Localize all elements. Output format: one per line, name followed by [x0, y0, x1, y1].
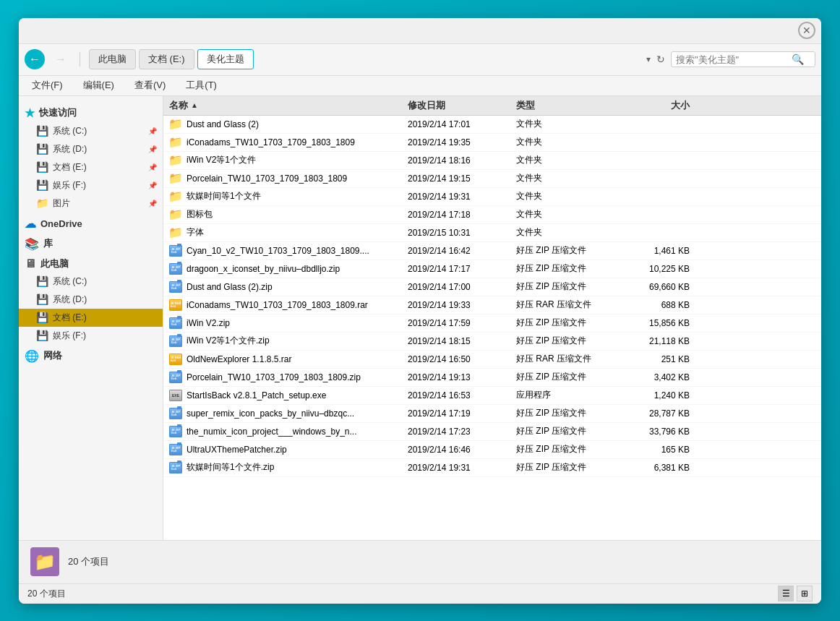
zip-icon: JE ZIPExIt [169, 245, 182, 257]
file-name-cell: JE ZIPExIt super_remix_icon_packs_by_nii… [169, 407, 408, 420]
file-size: 1,461 KB [617, 246, 690, 256]
table-row[interactable]: JE ZIPExIt dragoon_x_iconset_by_niivu–db… [163, 260, 821, 278]
sidebar-onedrive-title[interactable]: ☁ OneDrive [19, 213, 163, 233]
file-date: 2019/2/14 18:15 [408, 336, 516, 346]
file-date: 2019/2/14 19:33 [408, 300, 516, 310]
sidebar-item-d-drive[interactable]: 💾 系统 (D:) [19, 291, 163, 309]
file-type: 文件夹 [516, 136, 617, 148]
zip-icon: JE ZIPExIt [169, 408, 182, 419]
sidebar-item-pictures-quick[interactable]: 📁 图片 📌 [19, 194, 163, 213]
sidebar-item-e-drive[interactable]: 💾 文档 (E:) [19, 309, 163, 327]
file-size: 69,660 KB [617, 282, 690, 292]
zip-icon: JE ZIPExIt [169, 263, 182, 275]
table-row[interactable]: 📁 iWin V2等1个文件 2019/2/14 18:16 文件夹 [163, 152, 821, 170]
file-type: 文件夹 [516, 118, 617, 130]
folder-icon: 📁 [168, 117, 183, 131]
col-header-name[interactable]: 名称 ▲ [169, 99, 408, 112]
folder-icon: 📁 [168, 171, 183, 185]
table-row[interactable]: 📁 Porcelain_TW10_1703_1709_1803_1809 201… [163, 170, 821, 188]
close-button[interactable]: ✕ [798, 22, 815, 39]
file-name-cell: JE RARExIt OldNewExplorer 1.1.8.5.rar [169, 353, 408, 366]
file-name: iConadams_TW10_1703_1709_1803_1809.rar [187, 300, 368, 310]
sidebar-item-f-drive[interactable]: 💾 娱乐 (F:) [19, 327, 163, 345]
table-row[interactable]: JE ZIPExIt Porcelain_TW10_1703_1709_1803… [163, 369, 821, 387]
folder-icon: 📁 [36, 197, 48, 209]
network-label: 网络 [43, 349, 62, 362]
onedrive-icon: ☁ [25, 217, 36, 231]
file-name-cell: JE ZIPExIt Dust and Glass (2).zip [169, 280, 408, 294]
folder-icon: 📁 [168, 135, 183, 149]
menu-view[interactable]: 查看(V) [130, 77, 170, 93]
onedrive-label: OneDrive [40, 218, 82, 229]
file-name-cell: JE ZIPExIt Porcelain_TW10_1703_1709_1803… [169, 371, 408, 384]
breadcrumb-drive[interactable]: 文档 (E:) [139, 49, 194, 69]
back-button[interactable]: ← [25, 49, 45, 69]
breadcrumb-computer[interactable]: 此电脑 [89, 49, 136, 69]
file-name: iWin V2等1个文件 [187, 154, 256, 166]
file-type-icon: JE ZIPExIt [169, 461, 182, 474]
sidebar-item-d-drive-quick[interactable]: 💾 系统 (D:) 📌 [19, 140, 163, 158]
file-date: 2019/2/14 17:00 [408, 282, 516, 292]
sidebar-item-c-drive-quick[interactable]: 💾 系统 (C:) 📌 [19, 122, 163, 140]
table-row[interactable]: JE ZIPExIt super_remix_icon_packs_by_nii… [163, 405, 821, 423]
col-header-size[interactable]: 大小 [617, 99, 690, 112]
table-row[interactable]: JE ZIPExIt iWin V2.zip 2019/2/14 17:59 好… [163, 314, 821, 333]
file-type-icon: JE ZIPExIt [169, 317, 182, 330]
table-row[interactable]: JE ZIPExIt 软媒时间等1个文件.zip 2019/2/14 19:31… [163, 459, 821, 477]
table-row[interactable]: JE RARExIt iConadams_TW10_1703_1709_1803… [163, 296, 821, 314]
zip-icon: JE ZIPExIt [169, 317, 182, 329]
menu-file[interactable]: 文件(F) [27, 77, 67, 93]
file-name: 软媒时间等1个文件.zip [187, 461, 274, 474]
search-icon[interactable]: 🔍 [792, 53, 804, 65]
drive-icon: 💾 [36, 143, 48, 155]
table-row[interactable]: 📁 软媒时间等1个文件 2019/2/14 19:31 文件夹 [163, 188, 821, 206]
table-row[interactable]: JE ZIPExIt UltraUXThemePatcher.zip 2019/… [163, 441, 821, 459]
table-row[interactable]: 📁 iConadams_TW10_1703_1709_1803_1809 201… [163, 134, 821, 152]
zip-icon: JE ZIPExIt [169, 444, 182, 455]
sidebar-network-title[interactable]: 🌐 网络 [19, 345, 163, 365]
file-type: 好压 ZIP 压缩文件 [516, 244, 617, 257]
file-name: Porcelain_TW10_1703_1709_1803_1809.zip [187, 372, 361, 382]
file-name-cell: JE ZIPExIt 软媒时间等1个文件.zip [169, 461, 408, 474]
forward-button[interactable]: → [51, 49, 71, 69]
drive-icon: 💾 [36, 330, 48, 341]
table-row[interactable]: JE ZIPExIt Dust and Glass (2).zip 2019/2… [163, 278, 821, 296]
table-row[interactable]: EXE StartIsBack v2.8.1_Patch_setup.exe 2… [163, 387, 821, 405]
zip-icon: JE ZIPExIt [169, 372, 182, 383]
sidebar-item-f-drive-quick[interactable]: 💾 娱乐 (F:) 📌 [19, 176, 163, 194]
table-row[interactable]: 📁 图标包 2019/2/14 17:18 文件夹 [163, 206, 821, 224]
sidebar-library-title[interactable]: 📚 库 [19, 233, 163, 253]
dropdown-button[interactable]: ▾ [646, 54, 651, 64]
col-header-date[interactable]: 修改日期 [408, 99, 516, 112]
table-row[interactable]: JE ZIPExIt the_numix_icon_project___wind… [163, 423, 821, 441]
file-date: 2019/2/14 17:01 [408, 119, 516, 129]
file-date: 2019/2/14 19:35 [408, 137, 516, 147]
menu-edit[interactable]: 编辑(E) [79, 77, 119, 93]
status-bar: 📁 20 个项目 [19, 540, 821, 583]
file-name-cell: 📁 字体 [169, 226, 408, 239]
sidebar-item-c-drive[interactable]: 💾 系统 (C:) [19, 273, 163, 291]
file-name: iConadams_TW10_1703_1709_1803_1809 [187, 137, 355, 147]
table-row[interactable]: JE ZIPExIt iWin V2等1个文件.zip 2019/2/14 18… [163, 333, 821, 351]
table-row[interactable]: JE RARExIt OldNewExplorer 1.1.8.5.rar 20… [163, 351, 821, 369]
view-buttons: ☰ ⊞ [778, 586, 813, 601]
pin-icon: 📌 [148, 163, 157, 171]
sidebar-item-e-drive-quick[interactable]: 💾 文档 (E:) 📌 [19, 158, 163, 176]
table-row[interactable]: JE ZIPExIt Cyan_10_v2_TW10_1703_1709_180… [163, 242, 821, 260]
refresh-button[interactable]: ↻ [656, 53, 665, 65]
table-row[interactable]: 📁 Dust and Glass (2) 2019/2/14 17:01 文件夹 [163, 116, 821, 134]
file-name-cell: JE ZIPExIt iWin V2.zip [169, 317, 408, 330]
col-header-type[interactable]: 类型 [516, 99, 617, 112]
sidebar-quick-access-title: ★ 快速访问 [19, 102, 163, 122]
view-details-icon: ☰ [782, 588, 790, 599]
sort-arrow-icon: ▲ [191, 101, 198, 109]
breadcrumb-current[interactable]: 美化主题 [197, 49, 254, 69]
file-type: 文件夹 [516, 190, 617, 202]
menu-tools[interactable]: 工具(T) [181, 77, 221, 93]
network-icon: 🌐 [25, 349, 39, 363]
view-large-button[interactable]: ⊞ [797, 586, 813, 601]
view-details-button[interactable]: ☰ [778, 586, 794, 601]
search-input[interactable] [676, 54, 792, 65]
file-header: 名称 ▲ 修改日期 类型 大小 [163, 96, 821, 116]
table-row[interactable]: 📁 字体 2019/2/15 10:31 文件夹 [163, 224, 821, 242]
